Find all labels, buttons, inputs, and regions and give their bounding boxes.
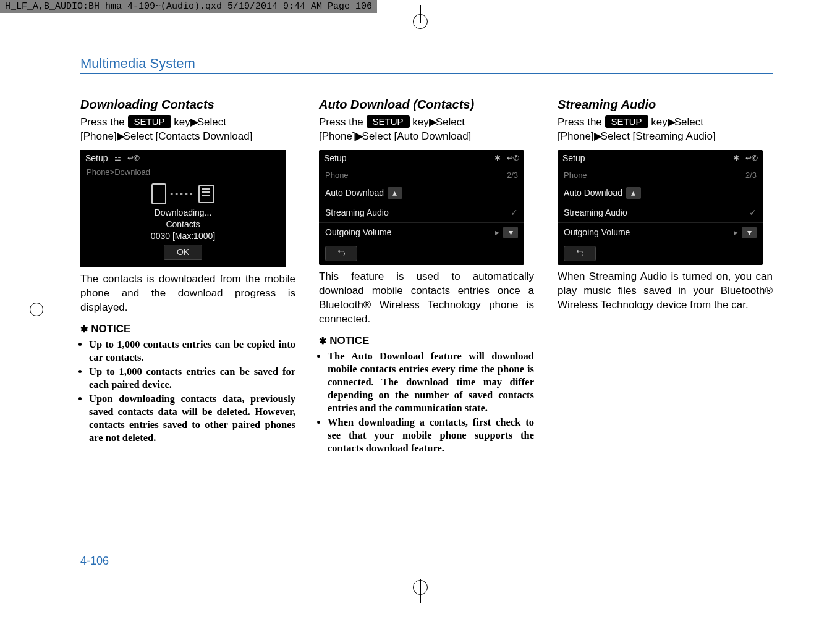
back-row: ⮌ — [319, 242, 524, 265]
scroll-down-icon: ▾ — [742, 227, 757, 238]
notice-heading: NOTICE — [319, 334, 534, 348]
list-item: Upon downloading contacts data, previous… — [89, 392, 295, 444]
check-icon: ✓ — [749, 207, 757, 219]
col2-lead: Press the SETUP key▶Select [Phone]▶Selec… — [319, 115, 534, 144]
triangle-icon: ▶ — [668, 116, 674, 128]
scroll-up-icon: ▴ — [388, 187, 402, 199]
screen-section: Phone — [325, 170, 349, 181]
page-content: Multimedia System Downloading Contacts P… — [80, 56, 773, 456]
scroll-down-icon: ▾ — [503, 227, 518, 238]
screen-titlebar: Setup ⚍ ↩✆ — [80, 150, 286, 167]
col1-body: The contacts is downloaded from the mobi… — [80, 272, 295, 315]
download-line1: Downloading... — [80, 207, 286, 219]
back-icon: ⮌ — [564, 246, 596, 261]
list-outline-icon — [198, 185, 214, 203]
triangle-icon: ▶ — [594, 130, 601, 142]
menu-row: Streaming Audio ✓ — [319, 203, 524, 222]
dots-icon: ••••• — [170, 188, 195, 200]
screen-title: Setup — [324, 153, 488, 164]
section-title: Multimedia System — [80, 56, 773, 74]
col2-heading: Auto Download (Contacts) — [319, 96, 534, 113]
text: Press the — [80, 116, 128, 128]
back-icon: ⮌ — [325, 246, 357, 261]
download-body: ••••• Downloading... Contacts 0030 [Max:… — [80, 180, 286, 267]
triangle-icon: ▶ — [190, 116, 197, 128]
phone-settings-screenshot: Setup ✱ ↩✆ Phone 2/3 Auto Download ▴ Str… — [558, 150, 763, 265]
bluetooth-icon: ✱ — [733, 153, 739, 163]
screen-subheader: Phone 2/3 — [319, 167, 524, 183]
screen-title: Setup — [85, 153, 108, 164]
text: key — [412, 116, 428, 128]
menu-row: Auto Download ▴ — [319, 183, 524, 203]
setup-key-icon: SETUP — [367, 115, 410, 128]
download-line2: Contacts — [80, 219, 286, 230]
col3-body: When Streaming Audio is turned on, you c… — [558, 270, 773, 313]
menu-row: Streaming Audio ✓ — [558, 203, 763, 222]
screen-titlebar: Setup ✱ ↩✆ — [558, 150, 763, 167]
phone-settings-screenshot: Setup ✱ ↩✆ Phone 2/3 Auto Download ▴ Str… — [319, 150, 524, 265]
screen-titlebar: Setup ✱ ↩✆ — [319, 150, 524, 167]
text: Press the — [558, 116, 605, 128]
col-2: Auto Download (Contacts) Press the SETUP… — [319, 96, 534, 456]
menu-row: Outgoing Volume ▸ ▾ — [558, 222, 763, 242]
col2-body: This feature is used to automatically do… — [319, 270, 534, 327]
page-indicator: 2/3 — [507, 170, 518, 181]
screen-section: Phone — [564, 170, 587, 181]
phone-outline-icon — [151, 183, 166, 204]
phone-icon: ↩✆ — [127, 153, 140, 163]
download-line3: 0030 [Max:1000] — [80, 230, 286, 242]
col1-lead: Press the SETUP key▶Select [Phone]▶Selec… — [80, 115, 295, 144]
menu-row: Auto Download ▴ — [558, 183, 763, 203]
col-3: Streaming Audio Press the SETUP key▶Sele… — [558, 96, 773, 456]
menu-label: Auto Download — [325, 187, 384, 199]
columns: Downloading Contacts Press the SETUP key… — [80, 96, 773, 456]
menu-row: Outgoing Volume ▸ ▾ — [319, 222, 524, 242]
text: Select [Contacts Download] — [124, 130, 253, 142]
list-item: When downloading a contacts, first check… — [328, 416, 534, 455]
triangle-icon: ▶ — [117, 130, 124, 142]
page-number: 4-106 — [80, 555, 109, 568]
page-indicator: 2/3 — [745, 170, 757, 181]
phone-icon: ↩✆ — [745, 153, 758, 163]
list-item: Up to 1,000 contacts entries can be copi… — [89, 338, 295, 364]
setup-key-icon: SETUP — [605, 115, 648, 128]
notice-heading: NOTICE — [80, 322, 295, 337]
list-item: The Auto Download feature will download … — [328, 350, 534, 415]
screen-breadcrumb: Phone>Download — [80, 167, 286, 180]
crop-mark-bottom — [0, 568, 840, 605]
col3-heading: Streaming Audio — [558, 96, 773, 113]
col3-lead: Press the SETUP key▶Select [Phone]▶Selec… — [558, 115, 773, 144]
text: Press the — [319, 116, 367, 128]
print-header: H_LF_A,B_AUDIO:BH hma 4-109~(Audio).qxd … — [0, 0, 377, 13]
menu-label: Streaming Audio — [325, 207, 389, 219]
menu-label: Streaming Audio — [564, 207, 627, 219]
download-icons: ••••• — [80, 183, 286, 204]
setup-key-icon: SETUP — [128, 115, 171, 128]
bluetooth-icon: ⚍ — [114, 153, 121, 163]
download-screenshot: Setup ⚍ ↩✆ Phone>Download ••••• Download… — [80, 150, 286, 267]
bluetooth-icon: ✱ — [494, 153, 501, 163]
back-row: ⮌ — [558, 242, 763, 265]
triangle-icon: ▶ — [429, 116, 436, 128]
menu-label: Outgoing Volume — [564, 227, 630, 238]
list-item: Up to 1,000 contacts entries can be save… — [89, 365, 295, 391]
text: Select [Streaming Audio] — [601, 130, 716, 142]
screen-subheader: Phone 2/3 — [558, 167, 763, 183]
menu-label: Outgoing Volume — [325, 227, 391, 238]
menu-label: Auto Download — [564, 187, 622, 199]
check-icon: ✓ — [511, 207, 518, 219]
chevron-right-icon: ▸ — [734, 227, 738, 238]
col1-bullets: Up to 1,000 contacts entries can be copi… — [80, 338, 295, 445]
chevron-right-icon: ▸ — [495, 227, 499, 238]
screen-title: Setup — [562, 153, 727, 164]
col2-bullets: The Auto Download feature will download … — [319, 350, 534, 455]
col1-heading: Downloading Contacts — [80, 96, 295, 113]
triangle-icon: ▶ — [355, 130, 362, 142]
col-1: Downloading Contacts Press the SETUP key… — [80, 96, 295, 456]
text: Select [Auto Download] — [362, 130, 472, 142]
text: key — [174, 116, 190, 128]
text: key — [651, 116, 667, 128]
crop-mark-left — [0, 309, 43, 309]
phone-icon: ↩✆ — [507, 153, 519, 163]
ok-button: OK — [164, 245, 202, 260]
